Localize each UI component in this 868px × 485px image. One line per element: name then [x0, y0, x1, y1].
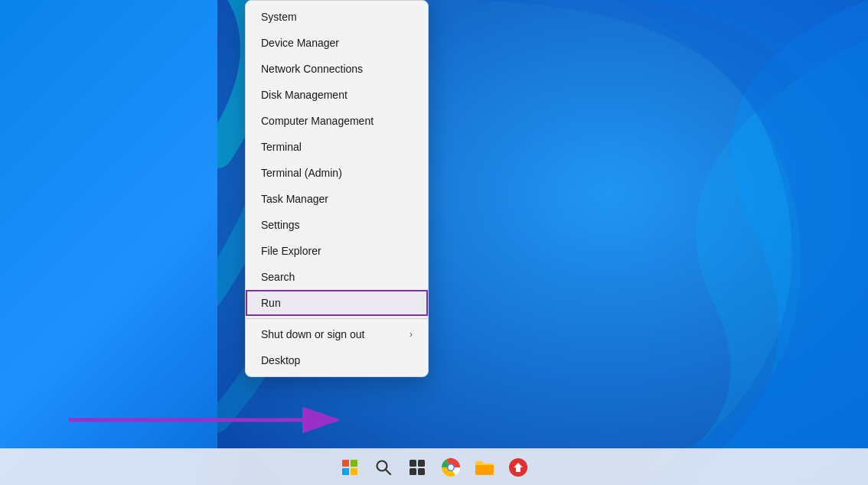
menu-item-computer-management[interactable]: Computer Management	[246, 108, 428, 134]
menu-item-label: Network Connections	[261, 63, 363, 75]
search-icon	[375, 459, 392, 476]
menu-item-label: Settings	[261, 219, 300, 231]
menu-item-system[interactable]: System	[246, 4, 428, 30]
menu-item-network-connections[interactable]: Network Connections	[246, 56, 428, 82]
chrome-button[interactable]	[436, 452, 466, 483]
svg-rect-6	[410, 468, 416, 475]
svg-point-10	[449, 464, 454, 470]
svg-line-3	[386, 470, 390, 474]
menu-item-file-explorer[interactable]: File Explorer	[246, 238, 428, 264]
desktop: SystemDevice ManagerNetwork ConnectionsD…	[0, 0, 868, 485]
menu-item-desktop[interactable]: Desktop	[246, 347, 428, 373]
menu-item-terminal-admin[interactable]: Terminal (Admin)	[246, 160, 428, 186]
menu-item-label: Desktop	[261, 354, 300, 366]
file-explorer-button[interactable]	[469, 452, 500, 483]
context-menu: SystemDevice ManagerNetwork ConnectionsD…	[245, 0, 429, 377]
chrome-icon	[441, 457, 461, 477]
windows-logo-icon	[342, 460, 357, 475]
menu-item-label: System	[261, 11, 297, 23]
menu-item-disk-management[interactable]: Disk Management	[246, 82, 428, 108]
menu-item-label: Run	[261, 297, 281, 309]
app-button[interactable]	[503, 452, 534, 483]
app-icon	[508, 457, 528, 477]
menu-item-settings[interactable]: Settings	[246, 212, 428, 238]
menu-item-label: Device Manager	[261, 37, 339, 49]
menu-item-label: File Explorer	[261, 245, 321, 257]
menu-item-task-manager[interactable]: Task Manager	[246, 186, 428, 212]
task-view-button[interactable]	[402, 452, 432, 483]
menu-divider	[246, 318, 428, 319]
menu-item-label: Disk Management	[261, 89, 348, 101]
svg-rect-5	[418, 460, 425, 467]
menu-item-device-manager[interactable]: Device Manager	[246, 30, 428, 56]
menu-item-shut-down[interactable]: Shut down or sign out›	[246, 321, 428, 347]
menu-item-search[interactable]: Search	[246, 264, 428, 290]
menu-item-run[interactable]: Run	[246, 290, 428, 316]
menu-item-label: Shut down or sign out	[261, 328, 364, 340]
start-button[interactable]	[334, 452, 365, 483]
menu-item-label: Computer Management	[261, 115, 374, 127]
menu-item-label: Search	[261, 271, 295, 283]
folder-icon	[475, 459, 494, 476]
menu-item-terminal[interactable]: Terminal	[246, 134, 428, 160]
svg-rect-4	[410, 460, 416, 467]
menu-item-label: Terminal (Admin)	[261, 167, 342, 179]
submenu-chevron-icon: ›	[410, 329, 413, 340]
search-button[interactable]	[368, 452, 399, 483]
menu-item-label: Terminal	[261, 141, 302, 153]
taskbar	[0, 448, 868, 485]
task-view-icon	[409, 459, 426, 476]
menu-item-label: Task Manager	[261, 193, 328, 205]
svg-rect-7	[418, 468, 425, 475]
